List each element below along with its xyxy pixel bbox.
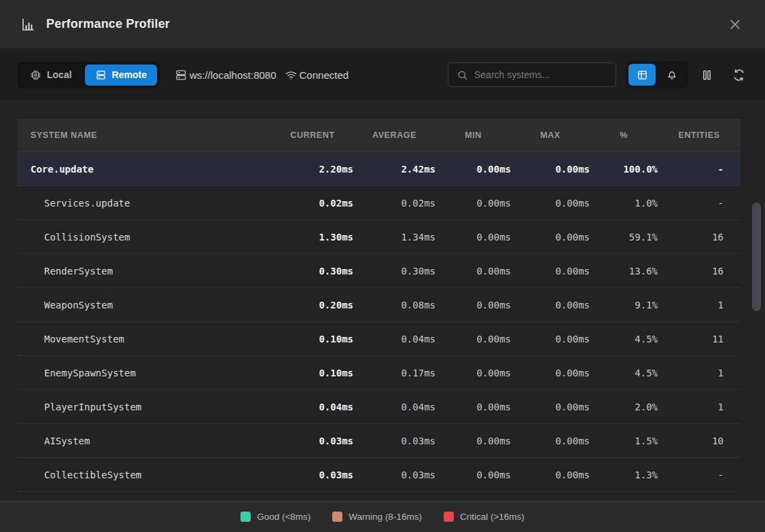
percent-value: 1.3%	[590, 469, 658, 480]
alerts-button[interactable]	[658, 64, 686, 86]
average-value: 0.02ms	[353, 198, 435, 209]
average-value: 2.42ms	[353, 164, 435, 175]
system-name: Core.update	[17, 164, 272, 175]
max-value: 0.00ms	[511, 266, 590, 277]
min-value: 0.00ms	[435, 402, 511, 412]
max-value: 0.00ms	[511, 300, 590, 311]
table-row-ai-system[interactable]: AISystem 0.03ms 0.03ms 0.00ms 0.00ms 1.5…	[17, 424, 741, 458]
performance-profiler-window: Performance Profiler Local	[0, 0, 765, 532]
search-box	[448, 63, 616, 87]
table-row-weapon-system[interactable]: WeaponSystem 0.20ms 0.08ms 0.00ms 0.00ms…	[17, 288, 741, 322]
average-value: 0.08ms	[353, 300, 435, 311]
close-icon[interactable]	[726, 15, 745, 34]
table-row-collision-system[interactable]: CollisionSystem 1.30ms 1.34ms 0.00ms 0.0…	[17, 220, 741, 254]
average-value: 0.17ms	[353, 368, 435, 378]
percent-value: 4.5%	[590, 368, 658, 378]
system-name: CollisionSystem	[17, 232, 272, 243]
current-value: 0.10ms	[272, 368, 353, 378]
average-value: 0.04ms	[353, 402, 435, 412]
min-value: 0.00ms	[435, 164, 511, 175]
average-value: 1.34ms	[353, 232, 435, 243]
table-header-row: SYSTEM NAME CURRENT AVERAGE MIN MAX % EN…	[17, 119, 741, 152]
cpu-chip-icon	[30, 69, 41, 81]
percent-value: 2.0%	[590, 402, 658, 412]
server-icon	[175, 69, 188, 82]
server-icon	[95, 69, 107, 81]
entities-value: 10	[658, 436, 741, 446]
system-name: CollectibleSystem	[17, 469, 272, 480]
system-name: MovementSystem	[17, 334, 272, 344]
legend-item-critical: Critical (>16ms)	[444, 512, 524, 522]
local-toggle-button[interactable]: Local	[20, 65, 82, 86]
system-name: Services.update	[17, 198, 272, 209]
column-header-current[interactable]: CURRENT	[272, 130, 353, 140]
source-toggle-group: Local Remote	[17, 62, 160, 88]
remote-toggle-label: Remote	[112, 69, 147, 80]
search-input[interactable]	[474, 69, 607, 80]
wifi-icon	[285, 69, 298, 82]
percent-value: 1.5%	[590, 436, 658, 446]
table-row-enemy-spawn-system[interactable]: EnemySpawnSystem 0.10ms 0.17ms 0.00ms 0.…	[17, 356, 741, 390]
table-row-movement-system[interactable]: MovementSystem 0.10ms 0.04ms 0.00ms 0.00…	[17, 322, 741, 356]
max-value: 0.00ms	[511, 436, 590, 446]
entities-value: 1	[658, 300, 741, 311]
current-value: 1.30ms	[272, 232, 353, 243]
current-value: 0.10ms	[272, 334, 353, 344]
toolbar: Local Remote	[0, 49, 765, 101]
min-value: 0.00ms	[435, 266, 511, 277]
table-row-core-update[interactable]: Core.update 2.20ms 2.42ms 0.00ms 0.00ms …	[17, 152, 741, 186]
min-value: 0.00ms	[435, 368, 511, 378]
bell-icon	[666, 69, 678, 81]
entities-value: -	[658, 469, 741, 480]
refresh-button[interactable]	[730, 66, 748, 84]
column-header-entities[interactable]: ENTITIES	[658, 130, 741, 140]
refresh-icon	[732, 69, 745, 82]
legend-label: Warning (8-16ms)	[349, 512, 422, 522]
good-color-swatch	[241, 512, 251, 522]
legend-footer: Good (<8ms) Warning (8-16ms) Critical (>…	[0, 501, 765, 532]
max-value: 0.00ms	[511, 368, 590, 378]
column-header-min[interactable]: MIN	[435, 130, 511, 140]
entities-value: -	[658, 164, 741, 175]
current-value: 0.02ms	[272, 198, 353, 209]
pause-button[interactable]	[698, 66, 716, 84]
system-name: WeaponSystem	[17, 300, 272, 311]
average-value: 0.03ms	[353, 469, 435, 480]
min-value: 0.00ms	[435, 436, 511, 446]
table-row-collectible-system[interactable]: CollectibleSystem 0.03ms 0.03ms 0.00ms 0…	[17, 458, 741, 492]
percent-value: 4.5%	[590, 334, 658, 344]
average-value: 0.30ms	[353, 266, 435, 277]
table-view-button[interactable]	[628, 64, 656, 86]
profiler-table: SYSTEM NAME CURRENT AVERAGE MIN MAX % EN…	[17, 119, 741, 492]
view-toggle-group	[626, 61, 688, 88]
table-row-player-input-system[interactable]: PlayerInputSystem 0.04ms 0.04ms 0.00ms 0…	[17, 390, 741, 424]
connection-url-text: ws://localhost:8080	[190, 69, 277, 81]
critical-color-swatch	[444, 512, 454, 522]
connection-url: ws://localhost:8080	[175, 69, 277, 82]
page-title: Performance Profiler	[46, 17, 170, 31]
entities-value: 1	[658, 402, 741, 412]
min-value: 0.00ms	[435, 334, 511, 344]
column-header-average[interactable]: AVERAGE	[353, 130, 435, 140]
current-value: 0.30ms	[272, 266, 353, 277]
vertical-scrollbar[interactable]	[752, 202, 761, 311]
local-toggle-label: Local	[47, 69, 72, 80]
percent-value: 100.0%	[590, 164, 658, 175]
min-value: 0.00ms	[435, 232, 511, 243]
bar-chart-icon	[20, 17, 35, 32]
percent-value: 59.1%	[590, 232, 658, 243]
column-header-percent[interactable]: %	[590, 130, 658, 140]
system-name: AISystem	[17, 436, 272, 446]
max-value: 0.00ms	[511, 469, 590, 480]
table-row-services-update[interactable]: Services.update 0.02ms 0.02ms 0.00ms 0.0…	[17, 186, 741, 220]
column-header-max[interactable]: MAX	[511, 130, 590, 140]
remote-toggle-button[interactable]: Remote	[85, 65, 157, 86]
table-row-render-system[interactable]: RenderSystem 0.30ms 0.30ms 0.00ms 0.00ms…	[17, 254, 741, 288]
entities-value: -	[658, 198, 741, 209]
entities-value: 11	[658, 334, 741, 344]
current-value: 2.20ms	[272, 164, 353, 175]
column-header-system-name[interactable]: SYSTEM NAME	[17, 130, 272, 140]
entities-value: 16	[658, 232, 741, 243]
max-value: 0.00ms	[511, 164, 590, 175]
percent-value: 13.6%	[590, 266, 658, 277]
